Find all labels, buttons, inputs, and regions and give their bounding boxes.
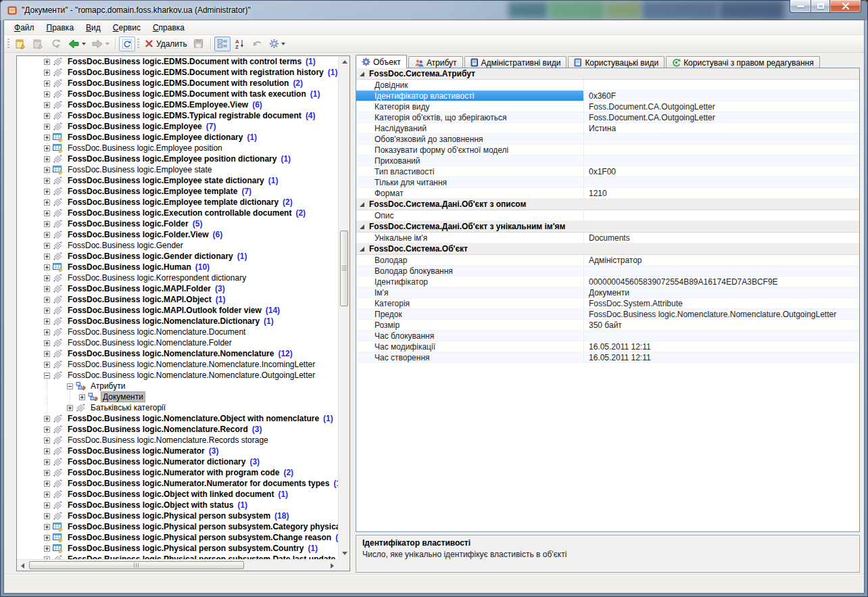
tree-row[interactable]: FossDoc.Business logic.MAPI.Outlook fold…: [17, 305, 338, 316]
tree-row[interactable]: FossDoc.Business logic.EDMS.Document wit…: [17, 78, 338, 89]
expand-box-icon[interactable]: [44, 416, 50, 422]
expand-box-icon[interactable]: [44, 481, 50, 487]
property-row[interactable]: Час модифікації16.05.2011 12:11: [356, 341, 859, 352]
property-row[interactable]: Час створення16.05.2011 12:11: [356, 352, 859, 363]
property-row[interactable]: Показувати форму об'єктної моделі: [356, 145, 859, 156]
expand-box-icon[interactable]: [44, 470, 50, 476]
property-value[interactable]: 0x1F00: [584, 166, 859, 176]
tree-row[interactable]: FossDoc.Business logic.EDMS.Typical regi…: [17, 110, 338, 121]
property-value[interactable]: [584, 177, 859, 187]
property-group-header[interactable]: FossDoc.Система.Дані.Об'єкт з унікальним…: [356, 221, 859, 233]
expand-box-icon[interactable]: [44, 210, 50, 216]
property-value[interactable]: [584, 156, 859, 166]
property-value[interactable]: [584, 266, 859, 276]
property-row[interactable]: Формат1210: [356, 188, 859, 199]
property-row[interactable]: Володар блокування: [356, 266, 859, 277]
property-name[interactable]: Володар блокування: [356, 266, 584, 276]
expand-box-icon[interactable]: [44, 286, 50, 292]
property-value[interactable]: Адміністратор: [584, 255, 859, 265]
property-group-header[interactable]: FossDoc.Система.Атрибут: [356, 68, 859, 80]
property-row[interactable]: Тип властивості0x1F00: [356, 166, 859, 177]
tab-1[interactable]: Объект: [356, 55, 407, 68]
rename-button[interactable]: z: [48, 37, 64, 51]
property-name[interactable]: Тільки для читання: [356, 177, 584, 187]
property-row[interactable]: Тільки для читання: [356, 177, 859, 188]
expand-box-icon[interactable]: [44, 59, 50, 65]
scroll-thumb[interactable]: [29, 561, 244, 569]
tree-row[interactable]: FossDoc.Business logic.Nomenclature.Reco…: [17, 424, 338, 435]
expand-box-icon[interactable]: [44, 275, 50, 281]
expand-box-icon[interactable]: [44, 329, 50, 335]
property-group-header[interactable]: FossDoc.Система.Об'єкт: [356, 243, 859, 255]
tree-row[interactable]: FossDoc.Business logic.Nomenclature.Obje…: [17, 413, 338, 424]
property-name[interactable]: Розмір: [356, 320, 584, 330]
property-value[interactable]: Documents: [584, 233, 859, 243]
forward-button[interactable]: [89, 37, 112, 51]
property-row[interactable]: Унікальне ім'яDocuments: [356, 233, 859, 243]
expand-box-icon[interactable]: [44, 124, 50, 130]
menu-item-3[interactable]: Вид: [80, 22, 107, 34]
scroll-right-arrow[interactable]: [327, 560, 338, 571]
tree-row[interactable]: FossDoc.Business logic.Object with linke…: [17, 489, 338, 500]
tree-row[interactable]: FossDoc.Business logic.Nomenclature.Nome…: [17, 370, 338, 381]
property-value[interactable]: 16.05.2011 12:11: [584, 341, 859, 352]
property-name[interactable]: Ім'я: [356, 287, 584, 297]
tree-row[interactable]: FossDoc.Business logic.Physical person s…: [17, 554, 338, 559]
tree-row[interactable]: FossDoc.Business logic.Physical person s…: [17, 521, 338, 532]
expand-box-icon[interactable]: [44, 308, 50, 314]
expand-box-icon[interactable]: [67, 405, 73, 411]
tree-row[interactable]: FossDoc.Business logic.Employee(7): [17, 121, 338, 132]
collapse-box-icon[interactable]: [44, 373, 50, 379]
tree-row[interactable]: FossDoc.Business logic.Gender dictionary…: [17, 251, 338, 262]
expand-box-icon[interactable]: [44, 167, 50, 173]
property-value[interactable]: Истина: [584, 123, 859, 133]
tree-row[interactable]: FossDoc.Business logic.Physical person s…: [17, 543, 338, 554]
property-name[interactable]: Показувати форму об'єктної моделі: [356, 145, 584, 155]
toolbar-grip[interactable]: [137, 39, 139, 49]
expand-box-icon[interactable]: [44, 243, 50, 249]
close-button[interactable]: [830, 0, 861, 13]
property-row[interactable]: Ім'яДокументи: [356, 287, 859, 298]
property-name[interactable]: Володар: [356, 255, 584, 265]
tab-3[interactable]: Адміністративні види: [464, 56, 567, 68]
scroll-thumb[interactable]: [340, 231, 348, 306]
property-value[interactable]: [584, 80, 859, 90]
property-name[interactable]: Довідник: [356, 80, 584, 90]
property-name[interactable]: Формат: [356, 188, 584, 198]
tab-4[interactable]: Користувацькі види: [568, 56, 665, 68]
tree-vertical-scrollbar[interactable]: [338, 56, 349, 559]
expand-box-icon[interactable]: [44, 524, 50, 530]
expand-box-icon[interactable]: [44, 513, 50, 519]
tree-row[interactable]: FossDoc.Business logic.Object with statu…: [17, 500, 338, 510]
scroll-left-arrow[interactable]: [17, 560, 28, 571]
expand-box-icon[interactable]: [44, 535, 50, 541]
expand-box-icon[interactable]: [44, 546, 50, 552]
property-row[interactable]: ПредокFossDoc.Business logic.Nomenclatur…: [356, 309, 859, 320]
property-value[interactable]: 0x360F: [584, 91, 859, 101]
expand-box-icon[interactable]: [44, 91, 50, 97]
property-name[interactable]: Прихований: [356, 156, 584, 166]
tree-row[interactable]: FossDoc.Business logic.Gender: [17, 240, 338, 251]
undo-button[interactable]: [249, 37, 266, 51]
property-row[interactable]: Ідентифікатор000000045605839072554B89A16…: [356, 277, 859, 287]
group-expander-icon[interactable]: [360, 72, 364, 76]
tree-row[interactable]: FossDoc.Business logic.Employee template…: [17, 186, 338, 197]
property-name[interactable]: Час створення: [356, 352, 584, 362]
expand-box-icon[interactable]: [44, 264, 50, 270]
property-value[interactable]: 350 байт: [584, 320, 859, 330]
property-name[interactable]: Час модифікації: [356, 341, 584, 352]
tree-row[interactable]: FossDoc.Business logic.Nomenclature.Reco…: [17, 435, 338, 446]
expand-box-icon[interactable]: [44, 427, 50, 433]
expand-box-icon[interactable]: [44, 156, 50, 162]
tree-row[interactable]: Документи: [17, 391, 338, 402]
expand-box-icon[interactable]: [44, 340, 50, 346]
minimize-button[interactable]: [790, 0, 811, 13]
menu-item-2[interactable]: Правка: [41, 22, 80, 34]
property-name[interactable]: Наслідуваний: [356, 123, 584, 133]
settings-button[interactable]: [267, 37, 287, 51]
property-value[interactable]: Документи: [584, 287, 859, 297]
save-button[interactable]: [191, 37, 207, 51]
menu-item-1[interactable]: Файл: [8, 22, 41, 34]
tree-row[interactable]: FossDoc.Business logic.Human(10): [17, 262, 338, 272]
expand-box-icon[interactable]: [44, 70, 50, 76]
